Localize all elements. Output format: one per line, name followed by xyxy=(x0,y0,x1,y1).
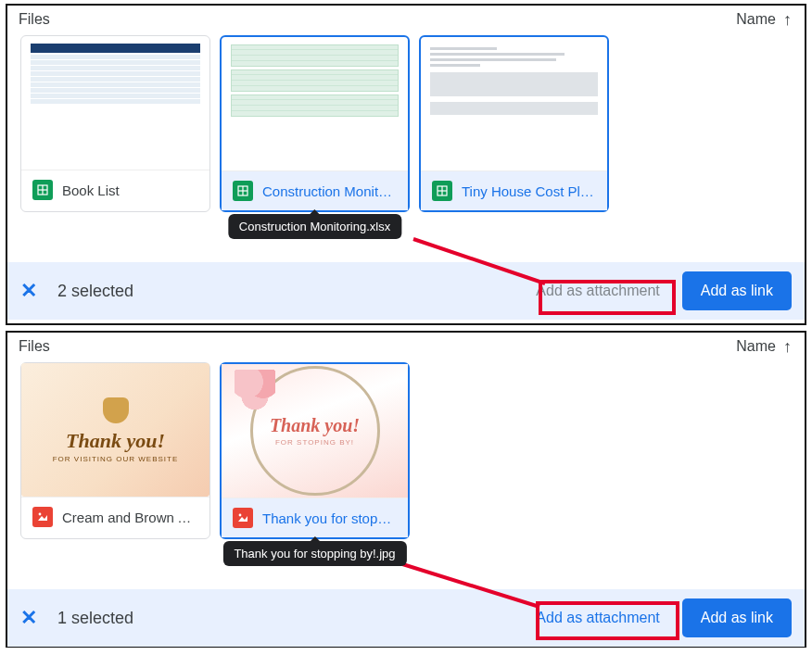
file-grid: Book List Construction Monit… Constructi… xyxy=(7,30,805,212)
file-card-thank-you[interactable]: Thank you! FOR STOPING BY! Thank you for… xyxy=(220,362,410,539)
file-name: Construction Monit… xyxy=(262,183,392,199)
file-thumbnail xyxy=(222,37,408,170)
thumb-sub: FOR STOPING BY! xyxy=(275,438,354,447)
file-name: Thank you for stopp… xyxy=(262,510,397,526)
file-thumbnail: Thank you! FOR STOPING BY! xyxy=(222,364,408,498)
section-title: Files xyxy=(19,11,50,28)
sheets-icon xyxy=(233,181,253,201)
file-picker-panel-top: Files Name ↑ Book List xyxy=(6,4,806,325)
file-name: Tiny House Cost Pl… xyxy=(462,183,594,199)
thumb-title: Thank you! xyxy=(66,429,165,453)
selection-bar: ✕ 1 selected Add as attachment Add as li… xyxy=(7,589,805,647)
arrow-up-icon: ↑ xyxy=(783,338,792,355)
close-icon[interactable]: ✕ xyxy=(20,606,37,630)
sort-label: Name xyxy=(736,11,776,28)
sort-control[interactable]: Name ↑ xyxy=(736,338,792,355)
selection-count: 1 selected xyxy=(57,609,133,628)
add-as-link-button[interactable]: Add as link xyxy=(682,598,792,637)
add-as-link-button[interactable]: Add as link xyxy=(682,271,792,310)
file-grid: Thank you! FOR VISITING OUR WEBSITE Crea… xyxy=(7,357,805,539)
file-thumbnail xyxy=(21,36,209,170)
image-icon xyxy=(32,507,53,527)
file-name: Book List xyxy=(62,183,120,198)
selection-bar: ✕ 2 selected Add as attachment Add as li… xyxy=(7,262,805,320)
svg-marker-13 xyxy=(238,516,247,522)
svg-point-12 xyxy=(39,513,42,516)
file-card-construction-monitoring[interactable]: Construction Monit… Construction Monitor… xyxy=(220,35,410,212)
panel-header: Files Name ↑ xyxy=(7,333,805,357)
file-card-book-list[interactable]: Book List xyxy=(20,35,210,212)
svg-point-14 xyxy=(239,514,242,517)
arrow-up-icon: ↑ xyxy=(783,11,792,28)
file-name: Cream and Brown A… xyxy=(62,510,198,525)
file-card-tiny-house[interactable]: Tiny House Cost Pl… xyxy=(419,35,609,212)
sort-control[interactable]: Name ↑ xyxy=(736,11,792,28)
close-icon[interactable]: ✕ xyxy=(20,279,37,303)
panel-header: Files Name ↑ xyxy=(7,6,805,30)
file-card-cream-brown[interactable]: Thank you! FOR VISITING OUR WEBSITE Crea… xyxy=(20,362,210,539)
svg-marker-11 xyxy=(38,515,47,521)
sheets-icon xyxy=(432,181,452,201)
section-title: Files xyxy=(19,338,50,355)
tooltip: Thank you for stopping by!.jpg xyxy=(222,541,406,566)
add-as-attachment-button[interactable]: Add as attachment xyxy=(528,602,666,634)
tooltip: Construction Monitoring.xlsx xyxy=(228,214,401,239)
add-as-attachment-button: Add as attachment xyxy=(528,275,666,307)
sheets-icon xyxy=(32,180,53,200)
thumb-sub: FOR VISITING OUR WEBSITE xyxy=(53,455,179,463)
file-thumbnail: Thank you! FOR VISITING OUR WEBSITE xyxy=(21,363,209,497)
thumb-title: Thank you! xyxy=(270,415,360,436)
image-icon xyxy=(233,508,253,528)
selection-count: 2 selected xyxy=(57,282,133,301)
sort-label: Name xyxy=(736,338,776,355)
file-picker-panel-bottom: Files Name ↑ Thank you! FOR VISITING OUR… xyxy=(6,331,806,648)
file-thumbnail xyxy=(421,37,607,170)
